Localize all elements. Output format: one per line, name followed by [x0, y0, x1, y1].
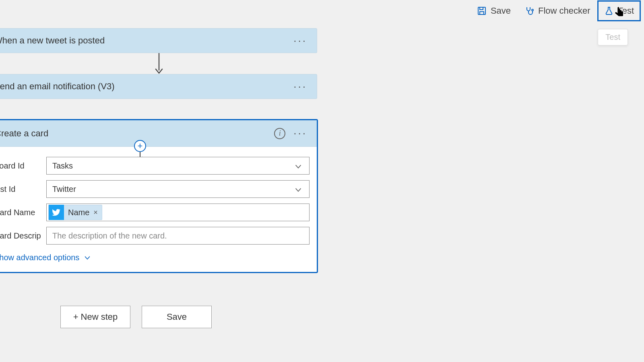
board-id-label: Board Id	[0, 161, 41, 171]
email-step-card[interactable]: Send an email notification (V3) ···	[0, 74, 317, 99]
list-id-select[interactable]: Twitter	[46, 180, 310, 198]
flask-icon	[604, 6, 614, 16]
chevron-down-icon	[83, 254, 91, 262]
new-step-button[interactable]: + New step	[60, 306, 130, 328]
save-flow-button[interactable]: Save	[142, 306, 212, 328]
svg-point-1	[532, 9, 533, 11]
card-name-row: Card Name Name ×	[0, 201, 317, 224]
chevron-down-icon	[294, 185, 303, 196]
card-name-input[interactable]: Name ×	[46, 204, 310, 221]
card-desc-label: Card Description	[0, 231, 41, 241]
bottom-actions: + New step Save	[60, 306, 212, 328]
card-desc-placeholder: The description of the new card.	[52, 231, 167, 241]
board-id-value: Tasks	[52, 161, 73, 171]
more-icon[interactable]: ···	[291, 127, 310, 140]
stethoscope-icon	[524, 6, 534, 16]
create-card-title: Create a card	[0, 128, 268, 139]
twitter-icon	[49, 205, 64, 220]
test-label: Test	[618, 6, 634, 16]
board-id-row: Board Id Tasks	[0, 154, 317, 177]
trigger-step-card[interactable]: When a new tweet is posted ···	[0, 28, 317, 53]
flow-checker-button[interactable]: Flow checker	[518, 0, 597, 21]
chevron-down-icon	[294, 162, 303, 173]
flow-canvas: When a new tweet is posted ··· Send an e…	[0, 28, 318, 273]
more-icon[interactable]: ···	[291, 35, 310, 47]
board-id-select[interactable]: Tasks	[46, 157, 310, 175]
card-desc-row: Card Description The description of the …	[0, 224, 317, 247]
trigger-title: When a new tweet is posted	[0, 35, 291, 46]
save-icon	[477, 6, 487, 16]
card-name-label: Card Name	[0, 208, 41, 217]
create-card-step: Create a card i ··· Board Id Tasks List …	[0, 119, 318, 273]
create-card-header[interactable]: Create a card i ···	[0, 120, 317, 147]
email-title: Send an email notification (V3)	[0, 81, 291, 92]
flow-checker-label: Flow checker	[538, 6, 590, 16]
more-icon[interactable]: ···	[291, 80, 310, 93]
advanced-options-toggle[interactable]: Show advanced options	[0, 247, 317, 268]
card-desc-input[interactable]: The description of the new card.	[46, 227, 310, 245]
insert-step-button[interactable]: +	[134, 140, 146, 152]
list-id-row: List Id Twitter	[0, 177, 317, 201]
svg-rect-0	[478, 7, 485, 14]
test-button[interactable]: Test	[597, 0, 641, 21]
save-button[interactable]: Save	[470, 0, 518, 21]
test-tooltip: Test	[598, 29, 628, 45]
list-id-value: Twitter	[52, 185, 76, 194]
info-icon[interactable]: i	[274, 128, 285, 139]
dynamic-token[interactable]: Name ×	[48, 205, 102, 220]
advanced-options-label: Show advanced options	[0, 253, 79, 262]
token-label: Name	[68, 208, 89, 217]
list-id-label: List Id	[0, 185, 41, 194]
top-toolbar: Save Flow checker Test	[470, 0, 644, 22]
arrow-connector-icon	[0, 53, 318, 74]
remove-token-icon[interactable]: ×	[93, 208, 98, 217]
create-card-body: Board Id Tasks List Id Twitter Card Name	[0, 147, 317, 272]
save-label: Save	[491, 6, 511, 16]
